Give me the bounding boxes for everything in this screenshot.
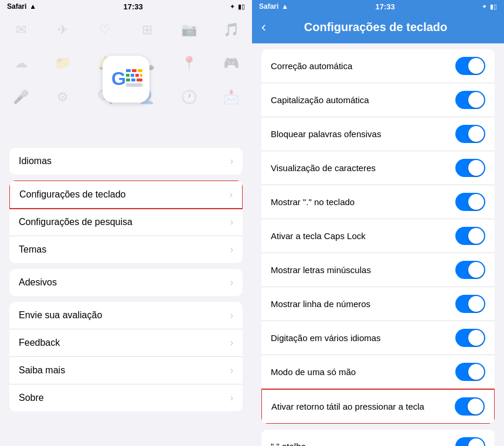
left-wifi-icon: ▲ bbox=[29, 2, 36, 11]
idiomas-chevron-icon: › bbox=[230, 156, 233, 166]
menu-item-themes[interactable]: Temas › bbox=[9, 236, 243, 263]
settings-item-one-hand-label: Modo de uma só mão bbox=[271, 367, 455, 377]
menu-item-learn-more-label: Saiba mais bbox=[19, 365, 65, 376]
bg-icon-14: ⚙ bbox=[42, 80, 84, 114]
toggle-number-row[interactable] bbox=[455, 295, 485, 313]
settings-item-lowercase[interactable]: Mostrar letras minúsculas bbox=[261, 253, 495, 287]
bg-icon-1: ✉ bbox=[0, 13, 42, 47]
menu-item-idiomas[interactable]: Idiomas › bbox=[9, 148, 243, 175]
svg-rect-10 bbox=[137, 79, 142, 81]
left-status-bar-right: ✦ ▮▯ bbox=[230, 3, 245, 11]
settings-item-period-shortcut[interactable]: "." atalho bbox=[261, 430, 495, 446]
menu-item-adesivos[interactable]: Adesivos › bbox=[9, 269, 243, 296]
bg-icon-11: 📍 bbox=[168, 47, 210, 81]
bg-icon-13: 🎤 bbox=[0, 80, 42, 114]
toggle-caps-lock[interactable] bbox=[455, 227, 485, 245]
left-bluetooth-icon: ✦ bbox=[230, 3, 235, 11]
svg-rect-11 bbox=[126, 83, 142, 87]
menu-item-themes-label: Temas bbox=[19, 244, 46, 255]
toggle-char-preview[interactable] bbox=[455, 159, 485, 177]
bg-icon-7: ☁ bbox=[0, 47, 42, 81]
toggle-show-dot[interactable] bbox=[455, 193, 485, 211]
settings-item-caps-lock-label: Ativar a tecla Caps Lock bbox=[271, 231, 455, 241]
menu-item-idiomas-label: Idiomas bbox=[19, 156, 52, 166]
gboard-keyboard-svg: G bbox=[108, 64, 144, 94]
toggle-auto-correction[interactable] bbox=[455, 57, 485, 75]
settings-item-period-shortcut-label: "." atalho bbox=[271, 441, 455, 446]
right-nav-title: Configurações de teclado bbox=[271, 21, 495, 34]
settings-item-lowercase-label: Mostrar letras minúsculas bbox=[271, 265, 455, 275]
settings-section-period: "." atalho bbox=[261, 430, 495, 446]
toggle-period-shortcut[interactable] bbox=[455, 437, 485, 446]
settings-item-auto-cap[interactable]: Capitalização automática bbox=[261, 83, 495, 117]
svg-text:G: G bbox=[111, 68, 126, 89]
left-status-bar-left: Safari ▲ bbox=[7, 2, 36, 11]
right-status-bar-left: Safari ▲ bbox=[259, 2, 288, 11]
settings-item-haptic[interactable]: Ativar retorno tátil ao pressionar a tec… bbox=[261, 389, 495, 424]
bg-icon-8: 📁 bbox=[42, 47, 84, 81]
svg-rect-2 bbox=[132, 69, 137, 72]
right-battery-icon: ▮▯ bbox=[490, 3, 497, 11]
settings-item-caps-lock[interactable]: Ativar a tecla Caps Lock bbox=[261, 219, 495, 253]
menu-item-learn-more[interactable]: Saiba mais › bbox=[9, 357, 243, 384]
toggle-auto-cap[interactable] bbox=[455, 91, 485, 109]
back-button[interactable]: ‹ bbox=[261, 19, 266, 35]
toggle-haptic[interactable] bbox=[455, 397, 485, 416]
settings-item-char-preview-label: Visualização de caracteres bbox=[271, 163, 455, 173]
bg-icon-17: 🕐 bbox=[168, 80, 210, 114]
left-battery-icon: ▮▯ bbox=[238, 3, 245, 11]
gboard-logo: G bbox=[100, 53, 152, 105]
menu-item-about[interactable]: Sobre › bbox=[9, 384, 243, 411]
search-settings-chevron-icon: › bbox=[230, 217, 233, 227]
left-status-bar: Safari ▲ 17:33 ✦ ▮▯ bbox=[0, 0, 252, 13]
right-bluetooth-icon: ✦ bbox=[482, 3, 487, 11]
svg-rect-5 bbox=[131, 74, 134, 77]
settings-item-show-dot-label: Mostrar "." no teclado bbox=[271, 197, 455, 207]
settings-item-auto-correction[interactable]: Correção automática bbox=[261, 49, 495, 83]
toggle-lowercase[interactable] bbox=[455, 261, 485, 279]
menu-item-about-label: Sobre bbox=[19, 393, 44, 403]
menu-item-keyboard-settings[interactable]: Configurações de teclado › bbox=[9, 181, 243, 209]
settings-item-show-dot[interactable]: Mostrar "." no teclado bbox=[261, 185, 495, 219]
settings-item-multilingual[interactable]: Digitação em vários idiomas bbox=[261, 321, 495, 355]
settings-item-number-row-label: Mostrar linha de números bbox=[271, 299, 455, 309]
toggle-block-offensive[interactable] bbox=[455, 125, 485, 143]
bg-icon-4: ⊞ bbox=[126, 13, 168, 47]
settings-list[interactable]: Correção automática Capitalização automá… bbox=[252, 43, 504, 446]
menu-item-rate[interactable]: Envie sua avaliação › bbox=[9, 302, 243, 329]
about-chevron-icon: › bbox=[230, 393, 233, 403]
settings-item-block-offensive[interactable]: Bloquear palavras ofensivas bbox=[261, 117, 495, 151]
menu-item-rate-label: Envie sua avaliação bbox=[19, 310, 102, 321]
right-wifi-icon: ▲ bbox=[281, 2, 288, 11]
right-panel: Safari ▲ 17:33 ✦ ▮▯ ‹ Configurações de t… bbox=[252, 0, 504, 446]
settings-item-one-hand[interactable]: Modo de uma só mão bbox=[261, 355, 495, 389]
menu-item-feedback-label: Feedback bbox=[19, 338, 60, 348]
menu-section-languages: Idiomas › bbox=[9, 148, 243, 175]
right-nav-header: ‹ Configurações de teclado bbox=[252, 13, 504, 43]
menu-item-search-settings[interactable]: Configurações de pesquisa › bbox=[9, 209, 243, 236]
bg-icon-5: 📷 bbox=[168, 13, 210, 47]
bg-icon-12: 🎮 bbox=[210, 47, 252, 81]
left-time: 17:33 bbox=[124, 2, 143, 11]
svg-rect-8 bbox=[126, 79, 130, 81]
settings-item-number-row[interactable]: Mostrar linha de números bbox=[261, 287, 495, 321]
toggle-one-hand[interactable] bbox=[455, 363, 485, 381]
menu-item-search-settings-label: Configurações de pesquisa bbox=[19, 217, 132, 227]
svg-rect-1 bbox=[126, 69, 131, 72]
rate-chevron-icon: › bbox=[230, 310, 233, 321]
bg-icon-18: 📩 bbox=[210, 80, 252, 114]
toggle-multilingual[interactable] bbox=[455, 329, 485, 347]
themes-chevron-icon: › bbox=[230, 244, 233, 255]
right-carrier: Safari bbox=[259, 2, 278, 11]
back-chevron-icon: ‹ bbox=[261, 19, 266, 35]
left-carrier: Safari bbox=[7, 2, 26, 11]
svg-rect-7 bbox=[140, 74, 142, 77]
bg-icon-6: 🎵 bbox=[210, 13, 252, 47]
menu-item-keyboard-settings-label: Configurações de teclado bbox=[19, 189, 125, 200]
menu-item-adesivos-label: Adesivos bbox=[19, 277, 57, 288]
right-status-bar: Safari ▲ 17:33 ✦ ▮▯ bbox=[252, 0, 504, 13]
learn-more-chevron-icon: › bbox=[230, 365, 233, 376]
menu-item-feedback[interactable]: Feedback › bbox=[9, 329, 243, 357]
right-time: 17:33 bbox=[376, 2, 395, 11]
settings-item-char-preview[interactable]: Visualização de caracteres bbox=[261, 151, 495, 185]
